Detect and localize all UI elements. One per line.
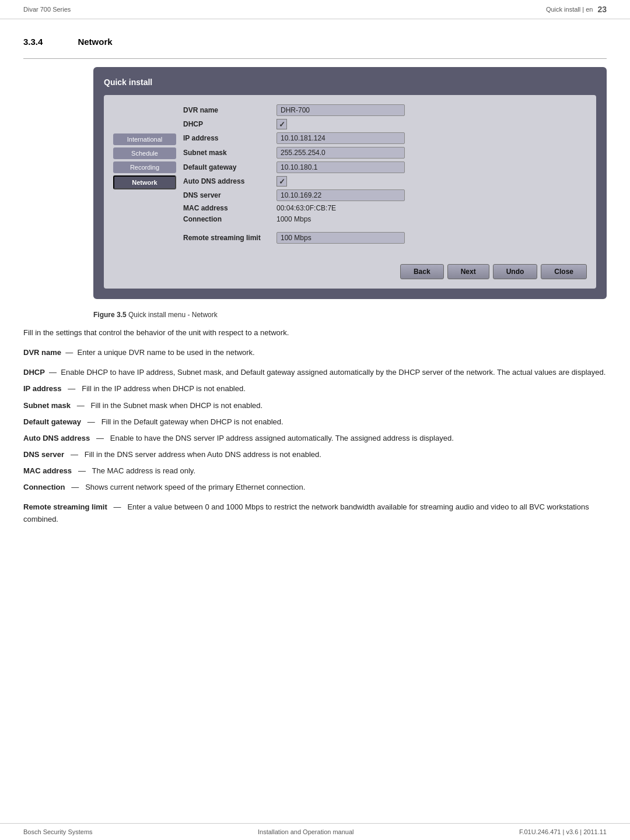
figure-number: Figure 3.5 (93, 311, 127, 319)
label-auto-dns: Auto DNS address (183, 177, 276, 185)
page-header: Divar 700 Series Quick install | en 23 (0, 0, 630, 19)
body-dvr-name: DVR name — Enter a unique DVR name to be… (23, 347, 607, 359)
figure-caption: Figure 3.5 Quick install menu - Network (93, 311, 607, 319)
header-right: Quick install | en 23 (546, 5, 607, 14)
form-row-dhcp: DHCP ✓ (183, 119, 587, 129)
nav-sidebar: International Schedule Recording Network (113, 104, 183, 279)
label-dns: DNS server (183, 191, 276, 199)
input-ip[interactable] (276, 132, 405, 144)
undo-button[interactable]: Undo (493, 264, 538, 279)
form-row-dvr-name: DVR name (183, 104, 587, 116)
intro-text: Fill in the settings that control the be… (23, 327, 607, 339)
back-button[interactable]: Back (400, 264, 444, 279)
form-area: DVR name DHCP ✓ IP address Subnet mask (183, 104, 587, 279)
nav-item-network[interactable]: Network (113, 175, 176, 189)
next-button[interactable]: Next (447, 264, 489, 279)
value-connection: 1000 Mbps (276, 215, 311, 223)
page-footer: Bosch Security Systems Installation and … (0, 823, 630, 840)
input-dns[interactable] (276, 189, 405, 201)
label-dvr-name: DVR name (183, 106, 276, 114)
form-row-auto-dns: Auto DNS address ✓ (183, 176, 587, 187)
form-row-gateway: Default gateway (183, 161, 587, 173)
form-spacer (183, 226, 587, 232)
text-auto-dns: Auto DNS address — Enable to have the DN… (23, 433, 607, 444)
label-gateway: Default gateway (183, 163, 276, 171)
body-dhcp: DHCP — Enable DHCP to have IP address, S… (23, 367, 607, 493)
input-streaming[interactable] (276, 232, 405, 244)
label-subnet: Subnet mask (183, 149, 276, 157)
text-remote-streaming: Remote streaming limit — Enter a value b… (23, 501, 607, 525)
footer-left: Bosch Security Systems (23, 828, 93, 835)
text-dvr-name: DVR name — Enter a unique DVR name to be… (23, 347, 607, 359)
header-left: Divar 700 Series (23, 6, 71, 13)
text-dns-server: DNS server — Fill in the DNS server addr… (23, 449, 607, 461)
checkbox-dhcp[interactable]: ✓ (276, 119, 287, 129)
label-connection: Connection (183, 215, 276, 223)
footer-right: F.01U.246.471 | v3.6 | 2011.11 (519, 828, 607, 835)
label-dhcp: DHCP (183, 120, 276, 128)
value-mac: 00:04:63:0F:CB:7E (276, 204, 336, 212)
input-subnet[interactable] (276, 147, 405, 159)
quick-install-box: Quick install International Schedule Rec… (93, 67, 607, 299)
section-title: Network (78, 37, 112, 47)
form-row-connection: Connection 1000 Mbps (183, 215, 587, 223)
input-gateway[interactable] (276, 161, 405, 173)
nav-item-schedule[interactable]: Schedule (113, 147, 176, 159)
form-row-subnet: Subnet mask (183, 147, 587, 159)
nav-item-recording[interactable]: Recording (113, 161, 176, 173)
text-ip-address: IP address — Fill in the IP address when… (23, 383, 607, 395)
form-row-dns: DNS server (183, 189, 587, 201)
footer-center: Installation and Operation manual (258, 828, 354, 835)
nav-item-international[interactable]: International (113, 133, 176, 145)
close-button[interactable]: Close (541, 264, 587, 279)
inner-panel: International Schedule Recording Network… (104, 95, 596, 289)
form-row-mac: MAC address 00:04:63:0F:CB:7E (183, 204, 587, 212)
section-divider (23, 58, 607, 59)
body-remote-streaming: Remote streaming limit — Enter a value b… (23, 501, 607, 525)
text-mac-address: MAC address — The MAC address is read on… (23, 465, 607, 477)
page-number: 23 (597, 5, 607, 14)
text-dhcp: DHCP — Enable DHCP to have IP address, S… (23, 367, 607, 378)
text-subnet-mask: Subnet mask — Fill in the Subnet mask wh… (23, 400, 607, 412)
body-intro: Fill in the settings that control the be… (23, 327, 607, 339)
main-content: 3.3.4 Network Quick install Internationa… (0, 19, 630, 551)
text-connection: Connection — Shows current network speed… (23, 481, 607, 493)
label-mac: MAC address (183, 204, 276, 212)
form-row-streaming: Remote streaming limit (183, 232, 587, 244)
label-streaming: Remote streaming limit (183, 234, 276, 242)
label-ip: IP address (183, 134, 276, 142)
button-row: Back Next Undo Close (183, 258, 587, 279)
input-dvr-name[interactable] (276, 104, 405, 116)
section-heading: 3.3.4 Network (23, 37, 607, 47)
checkbox-auto-dns[interactable]: ✓ (276, 176, 287, 187)
quick-install-title: Quick install (104, 78, 596, 87)
figure-text: Quick install menu - Network (127, 311, 218, 319)
section-number: 3.3.4 (23, 37, 43, 47)
header-right-text: Quick install | en (546, 6, 593, 13)
form-row-ip: IP address (183, 132, 587, 144)
text-default-gateway: Default gateway — Fill in the Default ga… (23, 416, 607, 428)
